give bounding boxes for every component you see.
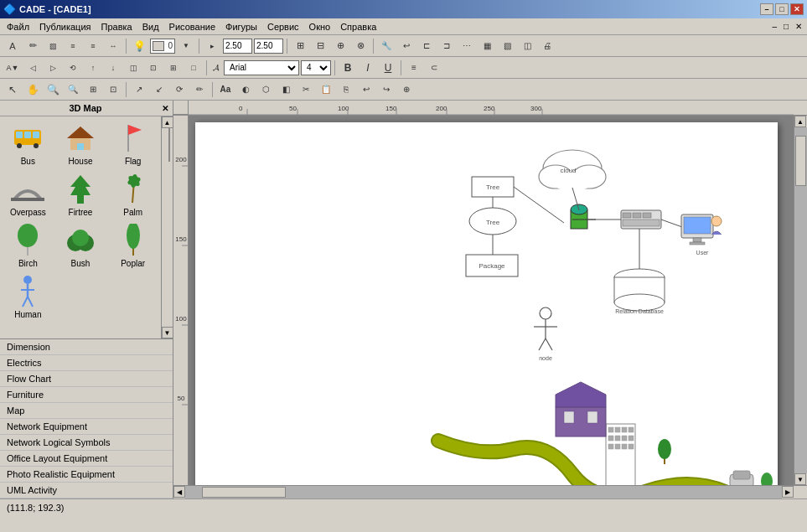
symbol-house[interactable]: House [56, 120, 106, 168]
tb-cursor[interactable]: ↗ [130, 81, 148, 98]
tb-zoom-in[interactable]: 🔍 [44, 81, 62, 98]
vscroll-thumb[interactable] [168, 128, 170, 162]
symbol-firtree[interactable]: Firtree [56, 171, 106, 219]
tb-group2[interactable]: ▧ [498, 38, 516, 54]
symbol-bus[interactable]: Bus [3, 120, 53, 168]
symbol-flag[interactable]: Flag [108, 120, 158, 168]
tb-light[interactable]: 💡 [130, 38, 148, 54]
menu-help[interactable]: Справка [335, 20, 381, 34]
panel-close-button[interactable]: ✕ [160, 104, 170, 113]
tb-select[interactable]: ↖ [3, 81, 22, 98]
tb-tool1[interactable]: 🔧 [377, 38, 396, 54]
vscroll-down[interactable]: ▼ [162, 327, 173, 338]
tb-text[interactable]: A [3, 38, 22, 54]
tb-width1[interactable] [223, 39, 252, 54]
tb-italic[interactable]: I [359, 59, 377, 76]
hscroll-thumb[interactable] [202, 487, 286, 498]
tb-t7[interactable]: ◫ [124, 59, 142, 76]
tb-fill[interactable]: 0 [150, 39, 175, 54]
tb-bold[interactable]: B [339, 59, 357, 76]
tb-width2[interactable] [254, 39, 283, 54]
tb-t1[interactable]: A▼ [3, 59, 22, 76]
symbol-overpass[interactable]: Overpass [3, 171, 53, 219]
tb-grid2[interactable]: ⊟ [311, 38, 329, 54]
tb-rect[interactable]: ◧ [277, 81, 295, 98]
symbol-palm[interactable]: Palm [108, 171, 158, 219]
tb-aa[interactable]: Aa [216, 81, 235, 98]
maximize-button[interactable]: □ [775, 3, 789, 15]
tb-t4[interactable]: ⟲ [64, 59, 82, 76]
tb-rotate2[interactable]: ⟳ [170, 81, 189, 98]
tb-style-drop[interactable]: ▸ [203, 38, 221, 54]
tb-lines1[interactable]: ≡ [64, 38, 82, 54]
tb-paste[interactable]: ⎘ [337, 81, 355, 98]
tb-hatch[interactable]: ▨ [44, 38, 62, 54]
hscroll-left[interactable]: ◀ [173, 486, 185, 498]
tb-cut[interactable]: ✂ [297, 81, 315, 98]
tb-undo[interactable]: ↩ [357, 81, 375, 98]
tb-redo[interactable]: ↪ [377, 81, 396, 98]
tb-pen[interactable]: ✏ [190, 81, 209, 98]
cat-network-logical[interactable]: Network Logical Symbols [0, 435, 173, 451]
cat-dimension[interactable]: Dimension [0, 339, 173, 355]
tb-color-arrow[interactable]: ▼ [177, 38, 195, 54]
tb-snap[interactable]: ⊕ [331, 38, 349, 54]
tb-t8[interactable]: ⊡ [144, 59, 163, 76]
tb-t6[interactable]: ↓ [104, 59, 122, 76]
tb-underline[interactable]: U [379, 59, 397, 76]
tb-group1[interactable]: ▦ [478, 38, 496, 54]
tb-t2[interactable]: ◁ [23, 59, 42, 76]
symbol-bush[interactable]: Bush [56, 222, 106, 270]
cat-office[interactable]: Office Layout Equipment [0, 451, 173, 467]
canvas-page[interactable]: cloud Tree Tree [195, 122, 778, 485]
tb-t5[interactable]: ↑ [84, 59, 102, 76]
symbol-human[interactable]: Human [3, 273, 53, 321]
tb-sub[interactable]: ⊂ [425, 59, 443, 76]
canvas-scroll[interactable]: cloud Tree Tree [189, 116, 794, 485]
tb-zoom3[interactable]: ⊕ [397, 81, 416, 98]
menu-view[interactable]: Вид [137, 20, 164, 34]
menu-draw[interactable]: Рисование [164, 20, 220, 34]
cat-network-eq[interactable]: Network Equipment [0, 419, 173, 435]
tb-hex[interactable]: ⬡ [256, 81, 275, 98]
tb-align1[interactable]: ⊏ [417, 38, 436, 54]
tb-t9[interactable]: ⊞ [164, 59, 183, 76]
minimize-button[interactable]: – [760, 3, 773, 15]
cat-photo[interactable]: Photo Realistic Equipment [0, 467, 173, 483]
cat-map[interactable]: Map [0, 403, 173, 419]
tb-hand[interactable]: ✋ [23, 81, 42, 98]
symbol-birch[interactable]: Birch [3, 222, 53, 270]
symbol-poplar[interactable]: Poplar [108, 222, 158, 270]
vscroll-right-down[interactable]: ▼ [794, 473, 806, 485]
vscroll-right-up[interactable]: ▲ [794, 116, 806, 127]
tb-magnet[interactable]: ⊗ [351, 38, 370, 54]
tb-color2[interactable]: ◐ [236, 81, 255, 98]
hscroll-right[interactable]: ▶ [782, 486, 794, 498]
cat-furniture[interactable]: Furniture [0, 387, 173, 403]
tb-print[interactable]: 🖨 [538, 38, 556, 54]
menu-minimize[interactable]: – [768, 22, 780, 31]
tb-pan[interactable]: ⊡ [104, 81, 122, 98]
tb-zoom-out[interactable]: 🔍 [64, 81, 82, 98]
tb-lines2[interactable]: ≡ [84, 38, 102, 54]
vscroll-up[interactable]: ▲ [162, 116, 173, 128]
tb-draw[interactable]: ✏ [23, 38, 42, 54]
tb-align-l[interactable]: ≡ [405, 59, 423, 76]
cat-uml[interactable]: UML Activity [0, 483, 173, 498]
cat-flowchart[interactable]: Flow Chart [0, 371, 173, 387]
menu-edit[interactable]: Правка [96, 20, 137, 34]
tb-arrows[interactable]: ↔ [104, 38, 122, 54]
menu-service[interactable]: Сервис [262, 20, 304, 34]
vscroll-right-thumb[interactable] [795, 136, 806, 186]
menu-window[interactable]: Окно [304, 20, 336, 34]
tb-copy[interactable]: 📋 [317, 81, 335, 98]
menu-close[interactable]: ✕ [792, 22, 805, 31]
tb-align2[interactable]: ⊐ [437, 38, 456, 54]
tb-t3[interactable]: ▷ [44, 59, 62, 76]
tb-split[interactable]: ◫ [518, 38, 536, 54]
font-name-select[interactable]: Arial [224, 60, 299, 75]
tb-rotate[interactable]: ↩ [397, 38, 416, 54]
tb-arrow2[interactable]: ↙ [150, 81, 168, 98]
tb-fit[interactable]: ⊞ [84, 81, 102, 98]
close-button[interactable]: ✕ [790, 3, 804, 15]
